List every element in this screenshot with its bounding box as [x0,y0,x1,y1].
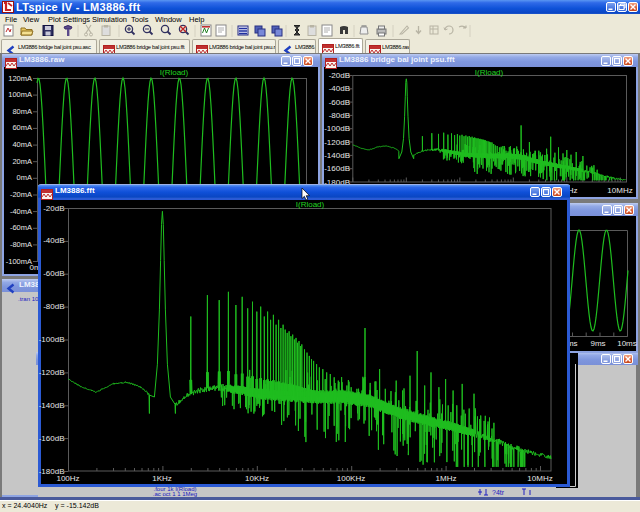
svg-text:-120dB: -120dB [324,138,350,147]
svg-text:-40dB: -40dB [329,84,350,93]
svg-text:?4tr: ?4tr [492,489,505,496]
svg-text:0mA: 0mA [17,173,32,182]
svg-text:-20mA: -20mA [10,190,32,199]
svg-text:-40dB: -40dB [43,236,64,245]
svg-text:120mA: 120mA [8,74,32,83]
svg-text:-60mA: -60mA [10,223,32,232]
svg-text:-80dB: -80dB [43,302,64,311]
svg-text:-60dB: -60dB [329,98,350,107]
svg-text:10ms: 10ms [617,339,637,348]
svg-text:1MHz: 1MHz [436,474,457,483]
svg-text:60mA: 60mA [12,123,32,132]
svg-text:10MHz: 10MHz [607,186,632,195]
svg-text:-100mA: -100mA [6,257,32,266]
svg-text:-80mA: -80mA [10,240,32,249]
svg-text:100KHz: 100KHz [337,474,365,483]
svg-text:100mA: 100mA [8,90,32,99]
svg-text:I(Rload): I(Rload) [160,68,189,77]
svg-text:-20dB: -20dB [43,204,64,213]
svg-text:I(Rload): I(Rload) [475,68,504,77]
svg-text:1KHz: 1KHz [152,474,172,483]
svg-text:-160dB: -160dB [324,164,350,173]
svg-text:-40mA: -40mA [10,207,32,216]
svg-text:-120dB: -120dB [39,368,65,377]
svg-text:10MHz: 10MHz [527,474,552,483]
svg-text:-100dB: -100dB [324,124,350,133]
svg-text:10KHz: 10KHz [245,474,269,483]
svg-text:-100dB: -100dB [39,335,65,344]
svg-text:-80dB: -80dB [329,111,350,120]
svg-text:40mA: 40mA [12,140,32,149]
svg-text:-140dB: -140dB [39,401,65,410]
svg-text:9ms: 9ms [590,339,605,348]
svg-text:-140dB: -140dB [324,151,350,160]
svg-text:-160dB: -160dB [39,434,65,443]
svg-text:-60dB: -60dB [43,269,64,278]
svg-text:80mA: 80mA [12,107,32,116]
svg-text:100Hz: 100Hz [56,474,79,483]
svg-text:20mA: 20mA [12,157,32,166]
